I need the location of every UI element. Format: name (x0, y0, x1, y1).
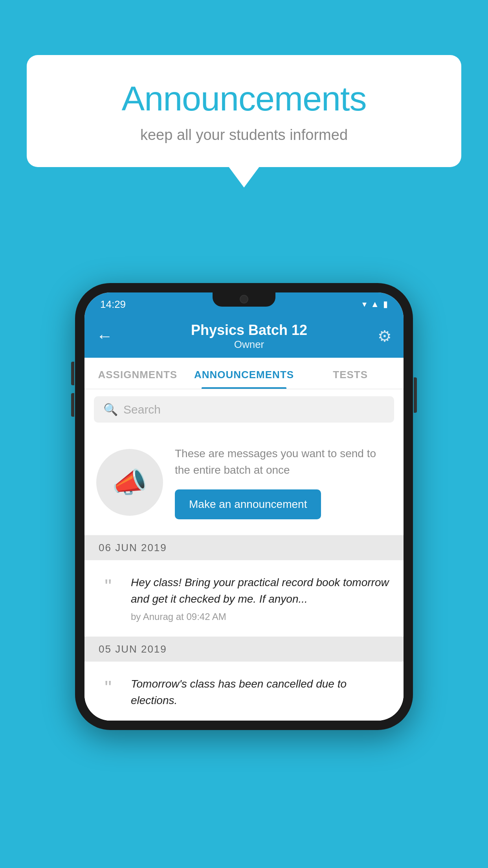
announcement-message-1: Hey class! Bring your practical record b… (131, 574, 392, 607)
bubble-subtitle: keep all your students informed (42, 127, 446, 143)
phone-mockup: 14:29 ▾ ▲ ▮ ← Physics Batch 12 Owner ⚙ (75, 283, 413, 730)
announcement-text-1: Hey class! Bring your practical record b… (131, 574, 392, 622)
tabs-bar: ASSIGNMENTS ANNOUNCEMENTS TESTS (84, 358, 404, 389)
volume-button-2 (71, 393, 74, 417)
signal-icon: ▲ (371, 299, 379, 309)
announcement-item-1[interactable]: " Hey class! Bring your practical record… (84, 560, 404, 637)
announcement-text-2: Tomorrow's class has been cancelled due … (131, 676, 392, 713)
promo-right: These are messages you want to send to t… (175, 445, 392, 519)
search-bar[interactable]: 🔍 Search (94, 396, 394, 423)
date-separator-2: 05 JUN 2019 (84, 637, 404, 662)
phone-outer: 14:29 ▾ ▲ ▮ ← Physics Batch 12 Owner ⚙ (75, 283, 413, 730)
speech-bubble: Announcements keep all your students inf… (27, 55, 461, 167)
bubble-title: Announcements (42, 79, 446, 119)
speech-bubble-container: Announcements keep all your students inf… (27, 55, 461, 167)
volume-button-1 (71, 362, 74, 385)
megaphone-icon: 📣 (112, 466, 147, 499)
status-icons: ▾ ▲ ▮ (362, 299, 388, 309)
quote-icon-2: " (96, 678, 120, 698)
phone-camera (240, 295, 248, 303)
date-separator-1: 06 JUN 2019 (84, 535, 404, 560)
search-icon: 🔍 (103, 403, 118, 416)
announcement-item-2[interactable]: " Tomorrow's class has been cancelled du… (84, 662, 404, 721)
app-bar-title-group: Physics Batch 12 Owner (121, 322, 378, 351)
app-bar-title: Physics Batch 12 (121, 322, 378, 338)
app-bar: ← Physics Batch 12 Owner ⚙ (84, 314, 404, 358)
battery-icon: ▮ (383, 299, 388, 309)
phone-screen: 14:29 ▾ ▲ ▮ ← Physics Batch 12 Owner ⚙ (84, 292, 404, 721)
announcement-meta-1: by Anurag at 09:42 AM (131, 611, 392, 622)
promo-card: 📣 These are messages you want to send to… (84, 430, 404, 535)
tab-tests[interactable]: TESTS (297, 358, 404, 389)
back-button[interactable]: ← (96, 327, 113, 346)
make-announcement-button[interactable]: Make an announcement (175, 489, 321, 519)
status-time: 14:29 (100, 298, 126, 311)
power-button (414, 377, 417, 413)
app-bar-subtitle: Owner (121, 338, 378, 351)
search-bar-wrapper: 🔍 Search (84, 389, 404, 430)
search-placeholder: Search (123, 403, 161, 416)
tab-assignments[interactable]: ASSIGNMENTS (84, 358, 191, 389)
quote-icon-1: " (96, 577, 120, 596)
wifi-icon: ▾ (362, 299, 367, 309)
promo-description: These are messages you want to send to t… (175, 445, 392, 478)
tab-announcements[interactable]: ANNOUNCEMENTS (191, 358, 297, 389)
announcement-message-2: Tomorrow's class has been cancelled due … (131, 676, 392, 709)
content-area: 🔍 Search 📣 These are messages you want t… (84, 389, 404, 721)
megaphone-circle: 📣 (96, 449, 163, 516)
phone-notch (213, 292, 275, 307)
settings-icon[interactable]: ⚙ (378, 327, 392, 345)
